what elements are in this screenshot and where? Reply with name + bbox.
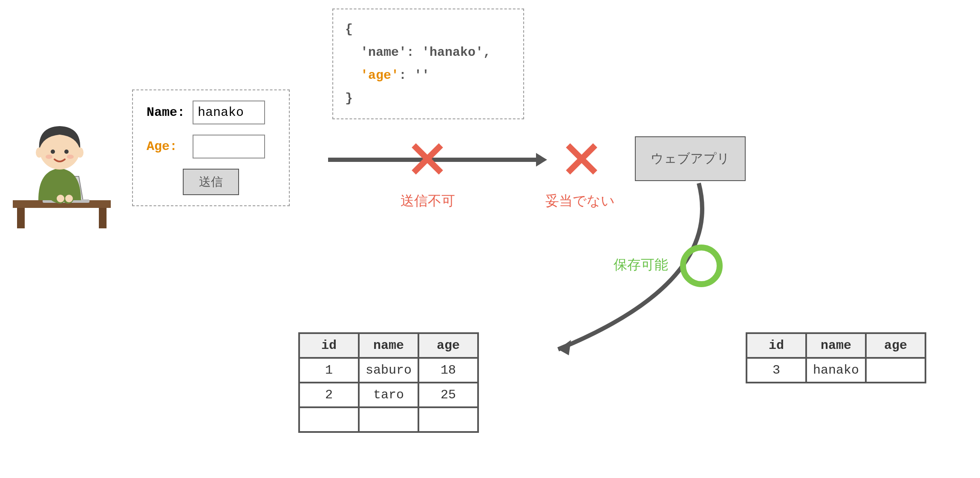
- table-row: [299, 407, 478, 432]
- db-table-existing: id name age 1 saburo 18 2 taro 25: [298, 332, 479, 433]
- col-age: age: [866, 333, 925, 358]
- svg-point-8: [64, 150, 69, 154]
- age-field[interactable]: [193, 135, 265, 158]
- status-saveable: 保存可能: [614, 256, 668, 274]
- json-line-2: 'name': 'hanako',: [345, 41, 511, 64]
- svg-point-12: [77, 147, 84, 158]
- x-mark-icon-send-fail: [408, 140, 447, 178]
- json-line-4: }: [345, 87, 511, 110]
- col-age: age: [418, 333, 478, 358]
- age-label: Age:: [147, 139, 185, 154]
- table-header-row: id name age: [299, 333, 478, 358]
- svg-point-11: [36, 147, 43, 158]
- table-row: 1 saburo 18: [299, 358, 478, 383]
- arrow-head-icon: [536, 153, 547, 167]
- name-label: Name:: [147, 105, 185, 120]
- svg-point-9: [46, 155, 52, 159]
- svg-point-7: [51, 150, 55, 154]
- svg-point-5: [65, 195, 73, 202]
- name-field[interactable]: [193, 101, 265, 124]
- col-id: id: [299, 333, 359, 358]
- col-name: name: [359, 333, 418, 358]
- json-line-3: 'age': '': [345, 64, 511, 87]
- webapp-box: ウェブアプリ: [635, 136, 746, 181]
- webapp-label: ウェブアプリ: [651, 151, 730, 165]
- db-table-new-row: id name age 3 hanako: [746, 332, 926, 383]
- col-id: id: [747, 333, 806, 358]
- x-mark-icon-invalid: [562, 140, 601, 178]
- table-row: 3 hanako: [747, 358, 925, 383]
- submit-button[interactable]: 送信: [183, 169, 239, 195]
- json-payload-box: { 'name': 'hanako', 'age': '' }: [332, 9, 524, 119]
- table-row: 2 taro 25: [299, 383, 478, 407]
- json-line-1: {: [345, 18, 511, 41]
- svg-rect-1: [17, 208, 25, 228]
- col-name: name: [806, 333, 866, 358]
- user-illustration: [9, 111, 115, 230]
- table-header-row: id name age: [747, 333, 925, 358]
- input-form: Name: Age: 送信: [132, 89, 290, 206]
- svg-point-4: [57, 195, 64, 202]
- status-send-fail: 送信不可: [401, 192, 455, 210]
- svg-point-10: [67, 155, 74, 159]
- svg-rect-2: [99, 208, 107, 228]
- o-mark-icon-saveable: [680, 245, 723, 287]
